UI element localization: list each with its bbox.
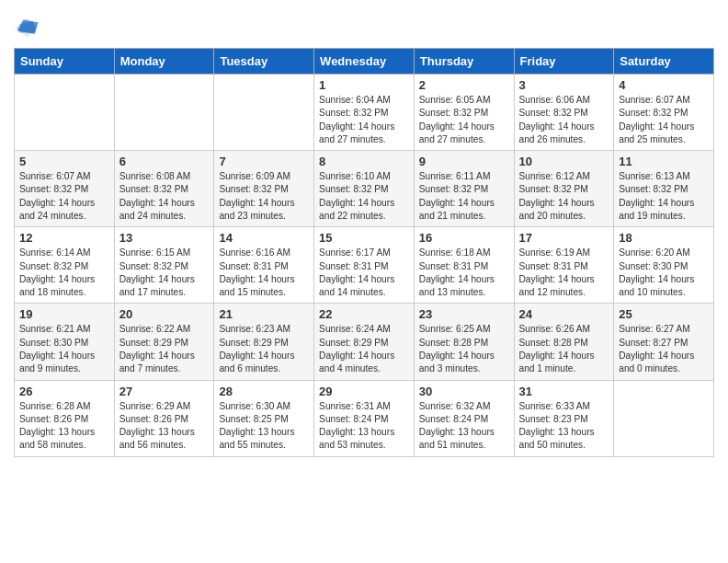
day-info: Sunrise: 6:18 AM Sunset: 8:31 PM Dayligh… [419, 247, 509, 299]
calendar-cell: 20Sunrise: 6:22 AM Sunset: 8:29 PM Dayli… [114, 304, 214, 380]
calendar-week-row: 1Sunrise: 6:04 AM Sunset: 8:32 PM Daylig… [15, 75, 714, 151]
calendar-cell: 1Sunrise: 6:04 AM Sunset: 8:32 PM Daylig… [314, 75, 415, 151]
day-info: Sunrise: 6:26 AM Sunset: 8:28 PM Dayligh… [519, 323, 609, 375]
calendar-cell: 10Sunrise: 6:12 AM Sunset: 8:32 PM Dayli… [514, 151, 614, 227]
day-info: Sunrise: 6:31 AM Sunset: 8:24 PM Dayligh… [319, 400, 409, 453]
day-info: Sunrise: 6:13 AM Sunset: 8:32 PM Dayligh… [619, 170, 709, 223]
day-info: Sunrise: 6:08 AM Sunset: 8:32 PM Dayligh… [119, 170, 210, 223]
day-number: 14 [219, 231, 309, 245]
calendar-table: SundayMondayTuesdayWednesdayThursdayFrid… [14, 48, 714, 457]
calendar-cell: 7Sunrise: 6:09 AM Sunset: 8:32 PM Daylig… [214, 151, 314, 227]
day-info: Sunrise: 6:19 AM Sunset: 8:31 PM Dayligh… [519, 247, 609, 299]
day-info: Sunrise: 6:11 AM Sunset: 8:32 PM Dayligh… [419, 170, 509, 223]
day-number: 7 [219, 155, 309, 168]
calendar-cell: 15Sunrise: 6:17 AM Sunset: 8:31 PM Dayli… [314, 227, 415, 304]
day-number: 11 [619, 155, 709, 168]
logo [14, 15, 41, 40]
calendar-cell: 26Sunrise: 6:28 AM Sunset: 8:26 PM Dayli… [15, 380, 115, 456]
day-number: 10 [519, 155, 609, 168]
calendar-cell: 9Sunrise: 6:11 AM Sunset: 8:32 PM Daylig… [414, 151, 514, 227]
day-info: Sunrise: 6:29 AM Sunset: 8:26 PM Dayligh… [119, 400, 210, 453]
calendar-cell: 4Sunrise: 6:07 AM Sunset: 8:32 PM Daylig… [614, 75, 714, 151]
calendar-cell: 8Sunrise: 6:10 AM Sunset: 8:32 PM Daylig… [314, 151, 415, 227]
day-number: 5 [19, 155, 109, 168]
weekday-header-monday: Monday [114, 49, 214, 75]
day-info: Sunrise: 6:05 AM Sunset: 8:32 PM Dayligh… [419, 94, 509, 146]
calendar-week-row: 19Sunrise: 6:21 AM Sunset: 8:30 PM Dayli… [15, 304, 714, 380]
day-number: 27 [119, 385, 210, 398]
calendar-cell [614, 380, 714, 456]
day-number: 25 [619, 307, 709, 321]
calendar-cell: 17Sunrise: 6:19 AM Sunset: 8:31 PM Dayli… [514, 227, 614, 304]
day-number: 18 [619, 231, 709, 245]
calendar-cell: 16Sunrise: 6:18 AM Sunset: 8:31 PM Dayli… [414, 227, 514, 304]
day-number: 3 [519, 78, 609, 92]
weekday-header-thursday: Thursday [414, 49, 514, 75]
calendar-cell: 28Sunrise: 6:30 AM Sunset: 8:25 PM Dayli… [214, 380, 314, 456]
day-number: 4 [619, 78, 709, 92]
day-info: Sunrise: 6:28 AM Sunset: 8:26 PM Dayligh… [19, 400, 109, 453]
day-info: Sunrise: 6:07 AM Sunset: 8:32 PM Dayligh… [19, 170, 109, 223]
logo-icon [14, 15, 40, 40]
day-number: 1 [319, 78, 409, 92]
day-number: 22 [319, 307, 409, 321]
weekday-header-saturday: Saturday [614, 49, 714, 75]
calendar-week-row: 5Sunrise: 6:07 AM Sunset: 8:32 PM Daylig… [15, 151, 714, 227]
day-info: Sunrise: 6:33 AM Sunset: 8:23 PM Dayligh… [519, 400, 609, 453]
day-number: 26 [19, 385, 109, 398]
day-info: Sunrise: 6:32 AM Sunset: 8:24 PM Dayligh… [419, 400, 509, 453]
day-info: Sunrise: 6:16 AM Sunset: 8:31 PM Dayligh… [219, 247, 309, 299]
day-info: Sunrise: 6:10 AM Sunset: 8:32 PM Dayligh… [319, 170, 409, 223]
day-number: 24 [519, 307, 609, 321]
calendar-cell: 21Sunrise: 6:23 AM Sunset: 8:29 PM Dayli… [214, 304, 314, 380]
day-info: Sunrise: 6:09 AM Sunset: 8:32 PM Dayligh… [219, 170, 309, 223]
calendar-cell: 23Sunrise: 6:25 AM Sunset: 8:28 PM Dayli… [414, 304, 514, 380]
day-number: 8 [319, 155, 409, 168]
day-number: 31 [519, 385, 609, 398]
calendar-cell: 5Sunrise: 6:07 AM Sunset: 8:32 PM Daylig… [15, 151, 115, 227]
day-number: 12 [19, 231, 109, 245]
page-header [14, 9, 714, 40]
day-number: 21 [219, 307, 309, 321]
day-number: 15 [319, 231, 409, 245]
calendar-cell: 13Sunrise: 6:15 AM Sunset: 8:32 PM Dayli… [114, 227, 214, 304]
day-info: Sunrise: 6:15 AM Sunset: 8:32 PM Dayligh… [119, 247, 210, 299]
day-info: Sunrise: 6:07 AM Sunset: 8:32 PM Dayligh… [619, 94, 709, 146]
day-number: 2 [419, 78, 509, 92]
day-info: Sunrise: 6:30 AM Sunset: 8:25 PM Dayligh… [219, 400, 309, 453]
day-info: Sunrise: 6:23 AM Sunset: 8:29 PM Dayligh… [219, 323, 309, 375]
calendar-cell: 27Sunrise: 6:29 AM Sunset: 8:26 PM Dayli… [114, 380, 214, 456]
day-number: 19 [19, 307, 109, 321]
calendar-cell: 18Sunrise: 6:20 AM Sunset: 8:30 PM Dayli… [614, 227, 714, 304]
day-info: Sunrise: 6:12 AM Sunset: 8:32 PM Dayligh… [519, 170, 609, 223]
calendar-cell [15, 75, 115, 151]
calendar-cell: 11Sunrise: 6:13 AM Sunset: 8:32 PM Dayli… [614, 151, 714, 227]
calendar-cell [214, 75, 314, 151]
calendar-cell: 30Sunrise: 6:32 AM Sunset: 8:24 PM Dayli… [414, 380, 514, 456]
weekday-header-wednesday: Wednesday [314, 49, 415, 75]
day-number: 29 [319, 385, 409, 398]
day-number: 6 [119, 155, 210, 168]
calendar-cell [114, 75, 214, 151]
calendar-cell: 22Sunrise: 6:24 AM Sunset: 8:29 PM Dayli… [314, 304, 415, 380]
day-number: 13 [119, 231, 210, 245]
day-info: Sunrise: 6:04 AM Sunset: 8:32 PM Dayligh… [319, 94, 409, 146]
calendar-cell: 31Sunrise: 6:33 AM Sunset: 8:23 PM Dayli… [514, 380, 614, 456]
day-number: 20 [119, 307, 210, 321]
weekday-header-sunday: Sunday [15, 49, 115, 75]
calendar-cell: 6Sunrise: 6:08 AM Sunset: 8:32 PM Daylig… [114, 151, 214, 227]
calendar-cell: 12Sunrise: 6:14 AM Sunset: 8:32 PM Dayli… [15, 227, 115, 304]
day-number: 16 [419, 231, 509, 245]
day-info: Sunrise: 6:27 AM Sunset: 8:27 PM Dayligh… [619, 323, 709, 375]
calendar-cell: 24Sunrise: 6:26 AM Sunset: 8:28 PM Dayli… [514, 304, 614, 380]
day-number: 17 [519, 231, 609, 245]
day-info: Sunrise: 6:21 AM Sunset: 8:30 PM Dayligh… [19, 323, 109, 375]
calendar-cell: 19Sunrise: 6:21 AM Sunset: 8:30 PM Dayli… [15, 304, 115, 380]
day-number: 30 [419, 385, 509, 398]
calendar-cell: 25Sunrise: 6:27 AM Sunset: 8:27 PM Dayli… [614, 304, 714, 380]
day-info: Sunrise: 6:20 AM Sunset: 8:30 PM Dayligh… [619, 247, 709, 299]
day-info: Sunrise: 6:17 AM Sunset: 8:31 PM Dayligh… [319, 247, 409, 299]
day-info: Sunrise: 6:14 AM Sunset: 8:32 PM Dayligh… [19, 247, 109, 299]
day-number: 9 [419, 155, 509, 168]
day-info: Sunrise: 6:24 AM Sunset: 8:29 PM Dayligh… [319, 323, 409, 375]
